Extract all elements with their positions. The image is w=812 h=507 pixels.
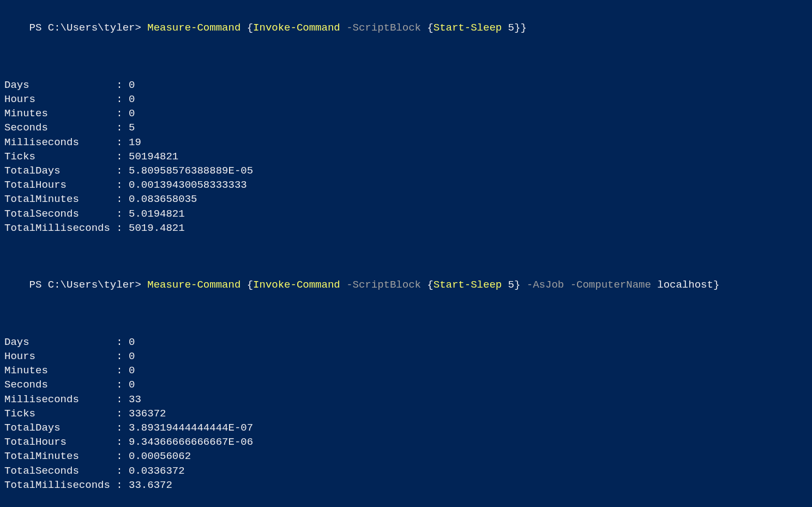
output-row: Milliseconds : 19 xyxy=(4,135,808,150)
output-row: Minutes : 0 xyxy=(4,106,808,121)
output-label: TotalDays xyxy=(4,422,116,434)
output-value: 0 xyxy=(129,93,135,105)
output-row: TotalMinutes : 0.083658035 xyxy=(4,192,808,206)
output-row: Seconds : 5 xyxy=(4,121,808,135)
output-label: Ticks xyxy=(4,151,116,163)
output-value: 5 xyxy=(129,122,135,134)
output-row: Days : 0 xyxy=(4,78,808,92)
output-label: TotalMilliseconds xyxy=(4,479,116,491)
output-separator: : xyxy=(116,165,129,177)
output-separator: : xyxy=(116,379,129,391)
output-label: TotalMinutes xyxy=(4,193,116,205)
powershell-terminal[interactable]: PS C:\Users\tyler> Measure-Command {Invo… xyxy=(4,7,808,492)
output-separator: : xyxy=(116,408,129,420)
output-label: TotalMilliseconds xyxy=(4,222,116,234)
output-label: TotalSeconds xyxy=(4,208,116,220)
output-separator: : xyxy=(116,436,129,448)
output-separator: : xyxy=(116,93,129,105)
output-label: Milliseconds xyxy=(4,136,116,148)
output-label: Minutes xyxy=(4,365,116,377)
output-value: 50194821 xyxy=(129,151,178,163)
output-value: 0.0336372 xyxy=(129,465,185,477)
output-row: Days : 0 xyxy=(4,335,808,349)
output-value: 0.083658035 xyxy=(129,193,197,205)
command-line-1: PS C:\Users\tyler> Measure-Command {Invo… xyxy=(4,7,808,50)
output-label: Days xyxy=(4,79,116,91)
output-row: Ticks : 50194821 xyxy=(4,150,808,164)
output-separator: : xyxy=(116,393,129,405)
command-token: -ScriptBlock xyxy=(346,279,427,291)
prompt-prefix-2: PS C:\Users\tyler> xyxy=(29,279,148,291)
command-token: Measure-Command xyxy=(147,22,246,34)
command-token: { xyxy=(247,279,253,291)
output-label: TotalMinutes xyxy=(4,450,116,462)
prompt-prefix-1: PS C:\Users\tyler> xyxy=(29,22,148,34)
output-block-1: Days : 0Hours : 0Minutes : 0Seconds : 5M… xyxy=(4,78,808,235)
output-value: 5.0194821 xyxy=(129,208,185,220)
output-separator: : xyxy=(116,136,129,148)
command-text-1: Measure-Command {Invoke-Command -ScriptB… xyxy=(147,22,527,34)
output-label: Ticks xyxy=(4,408,116,420)
output-label: Milliseconds xyxy=(4,393,116,405)
output-row: TotalDays : 5.80958576388889E-05 xyxy=(4,164,808,178)
output-separator: : xyxy=(116,193,129,205)
output-value: 0.00139430058333333 xyxy=(129,179,247,191)
output-value: 3.89319444444444E-07 xyxy=(129,422,253,434)
command-token: Start-Sleep xyxy=(434,22,508,34)
command-token: Invoke-Command xyxy=(253,279,346,291)
output-separator: : xyxy=(116,479,129,491)
output-row: Hours : 0 xyxy=(4,92,808,106)
output-row: Seconds : 0 xyxy=(4,378,808,392)
command-token: Measure-Command xyxy=(147,279,246,291)
output-value: 0 xyxy=(129,365,135,377)
output-value: 0 xyxy=(129,350,135,362)
output-row: TotalHours : 9.34366666666667E-06 xyxy=(4,435,808,449)
output-label: Seconds xyxy=(4,122,116,134)
output-row: TotalMinutes : 0.00056062 xyxy=(4,449,808,463)
output-row: Milliseconds : 33 xyxy=(4,392,808,407)
command-token: { xyxy=(427,22,433,34)
output-value: 33.6372 xyxy=(129,479,172,491)
output-separator: : xyxy=(116,222,129,234)
output-value: 0 xyxy=(129,79,135,91)
command-line-2: PS C:\Users\tyler> Measure-Command {Invo… xyxy=(4,264,808,307)
output-label: Minutes xyxy=(4,108,116,120)
output-separator: : xyxy=(116,179,129,191)
output-label: TotalHours xyxy=(4,179,116,191)
output-separator: : xyxy=(116,422,129,434)
command-token: 5 xyxy=(508,22,514,34)
output-label: Days xyxy=(4,336,116,348)
command-token: Start-Sleep xyxy=(434,279,508,291)
output-value: 0 xyxy=(129,379,135,391)
output-separator: : xyxy=(116,365,129,377)
output-separator: : xyxy=(116,151,129,163)
output-separator: : xyxy=(116,336,129,348)
output-row: TotalSeconds : 0.0336372 xyxy=(4,464,808,478)
output-row: Minutes : 0 xyxy=(4,363,808,378)
output-label: Hours xyxy=(4,93,116,105)
output-value: 0.00056062 xyxy=(129,450,191,462)
output-value: 9.34366666666667E-06 xyxy=(129,436,253,448)
output-row: TotalMilliseconds : 5019.4821 xyxy=(4,221,808,235)
command-token: }} xyxy=(514,22,527,34)
command-token: { xyxy=(247,22,253,34)
output-value: 5019.4821 xyxy=(129,222,185,234)
command-token: localhost xyxy=(657,279,713,291)
output-row: Hours : 0 xyxy=(4,349,808,363)
output-value: 33 xyxy=(129,393,141,405)
output-row: TotalMilliseconds : 33.6372 xyxy=(4,478,808,492)
command-token: { xyxy=(427,279,433,291)
output-label: TotalHours xyxy=(4,436,116,448)
command-token: 5 xyxy=(508,279,514,291)
command-token: -AsJob -ComputerName xyxy=(527,279,657,291)
command-token: -ScriptBlock xyxy=(346,22,427,34)
output-separator: : xyxy=(116,79,129,91)
command-token: } xyxy=(514,279,527,291)
output-separator: : xyxy=(116,465,129,477)
output-value: 336372 xyxy=(129,408,166,420)
output-label: TotalSeconds xyxy=(4,465,116,477)
output-block-2: Days : 0Hours : 0Minutes : 0Seconds : 0M… xyxy=(4,335,808,492)
output-label: TotalDays xyxy=(4,165,116,177)
output-separator: : xyxy=(116,208,129,220)
output-row: Ticks : 336372 xyxy=(4,407,808,421)
